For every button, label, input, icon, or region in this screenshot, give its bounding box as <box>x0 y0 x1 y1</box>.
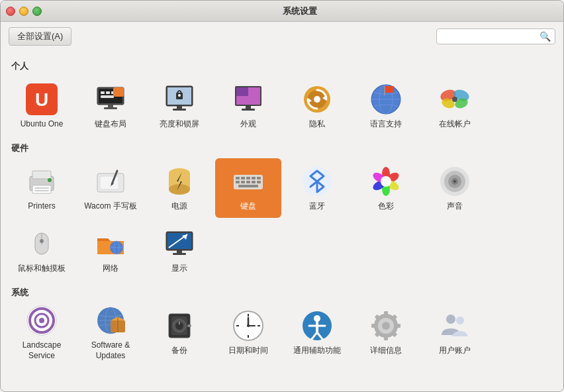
details-label: 详细信息 <box>370 346 402 356</box>
search-box: 🔍 <box>436 28 555 44</box>
online-accounts-icon <box>438 82 472 117</box>
sidebar-item-mouse-touchpad[interactable]: 鼠标和触摸板 <box>9 220 75 280</box>
power-label: 电源 <box>171 201 187 212</box>
svg-point-45 <box>48 178 52 182</box>
main-window: 系统设置 全部设置(A) 🔍 个人 U Ubuntu One <box>0 0 564 392</box>
ubuntu-one-label: Ubuntu One <box>21 119 64 130</box>
accessibility-label: 通用辅助功能 <box>293 346 341 356</box>
bluetooth-label: 蓝牙 <box>309 201 325 212</box>
svg-rect-89 <box>177 250 182 253</box>
sidebar-item-power[interactable]: 电源 <box>146 158 212 218</box>
svg-rect-43 <box>34 187 49 189</box>
sound-icon <box>438 164 472 199</box>
sidebar-item-network[interactable]: 网络 <box>77 220 144 280</box>
svg-rect-16 <box>173 109 186 111</box>
toolbar: 全部设置(A) 🔍 <box>1 22 563 51</box>
svg-rect-15 <box>177 106 182 109</box>
svg-rect-32 <box>385 86 394 88</box>
keyboard-icon <box>231 164 265 199</box>
backup-label: 备份 <box>171 346 187 356</box>
sound-label: 声音 <box>447 201 463 212</box>
svg-point-26 <box>314 96 320 103</box>
bluetooth-icon <box>300 164 334 199</box>
printers-icon <box>24 164 59 199</box>
language-icon <box>369 82 403 117</box>
sidebar-item-online-accounts[interactable]: 在线帐户 <box>422 76 488 136</box>
keyboard-label: 键盘 <box>240 201 256 212</box>
sidebar-item-sound[interactable]: 声音 <box>422 158 488 218</box>
svg-rect-106 <box>187 324 191 327</box>
software-updates-icon <box>93 303 128 338</box>
user-accounts-icon <box>438 309 472 343</box>
window-title: 系统设置 <box>42 5 558 17</box>
network-icon <box>93 226 128 261</box>
datetime-label: 日期和时间 <box>228 346 268 356</box>
section-hardware-title: 硬件 <box>11 142 555 154</box>
section-personal-title: 个人 <box>11 60 555 72</box>
landscape-icon <box>24 303 59 338</box>
svg-rect-7 <box>101 95 114 98</box>
svg-point-81 <box>40 239 44 243</box>
sidebar-item-appearance[interactable]: 外观 <box>215 76 281 136</box>
wacom-icon <box>93 164 128 199</box>
sidebar-item-ubuntu-one[interactable]: U Ubuntu One <box>9 76 75 136</box>
svg-point-124 <box>382 322 390 330</box>
svg-rect-9 <box>104 107 117 109</box>
svg-rect-20 <box>246 106 251 109</box>
settings-content: 个人 U Ubuntu One <box>1 51 563 391</box>
svg-rect-61 <box>241 181 245 183</box>
search-input[interactable] <box>441 32 540 42</box>
svg-rect-58 <box>252 177 256 179</box>
accessibility-icon <box>300 309 334 343</box>
sidebar-item-details[interactable]: 详细信息 <box>353 303 419 362</box>
display-icon <box>162 226 197 261</box>
brightness-lock-icon <box>162 82 197 117</box>
sidebar-item-wacom[interactable]: Wacom 手写板 <box>77 158 144 218</box>
svg-rect-57 <box>246 177 250 179</box>
appearance-icon <box>231 82 265 117</box>
backup-icon <box>162 309 197 343</box>
sidebar-item-datetime[interactable]: 日期和时间 <box>215 303 281 362</box>
svg-rect-63 <box>252 181 256 183</box>
svg-point-94 <box>39 318 44 323</box>
svg-point-133 <box>446 315 455 324</box>
sidebar-item-bluetooth[interactable]: 蓝牙 <box>284 158 350 218</box>
sidebar-item-backup[interactable]: 备份 <box>146 303 212 362</box>
svg-point-14 <box>178 94 181 97</box>
svg-rect-55 <box>236 177 240 179</box>
sidebar-item-keyboard-layout[interactable]: 键盘布局 <box>77 76 144 136</box>
svg-rect-56 <box>241 177 245 179</box>
landscape-label: Landscape Service <box>13 340 71 361</box>
svg-point-115 <box>247 324 250 327</box>
close-button[interactable] <box>6 7 15 16</box>
maximize-button[interactable] <box>32 7 42 16</box>
sidebar-item-accessibility[interactable]: 通用辅助功能 <box>284 303 350 362</box>
sidebar-item-printers[interactable]: Printers <box>9 158 75 218</box>
search-icon: 🔍 <box>540 31 551 42</box>
svg-rect-42 <box>32 185 51 193</box>
svg-rect-10 <box>113 87 124 97</box>
wacom-label: Wacom 手写板 <box>84 201 137 212</box>
sidebar-item-software-updates[interactable]: Software & Updates <box>77 303 144 362</box>
minimize-button[interactable] <box>19 7 28 16</box>
printers-label: Printers <box>28 201 55 212</box>
sidebar-item-brightness-lock[interactable]: 亮度和锁屏 <box>146 76 212 136</box>
svg-rect-60 <box>236 181 240 183</box>
sidebar-item-keyboard[interactable]: 键盘 <box>215 158 281 218</box>
sidebar-item-color[interactable]: 色彩 <box>353 158 419 218</box>
sidebar-item-user-accounts[interactable]: 用户账户 <box>422 303 488 362</box>
svg-rect-62 <box>246 181 250 183</box>
sidebar-item-landscape[interactable]: Landscape Service <box>9 303 75 362</box>
all-settings-button[interactable]: 全部设置(A) <box>9 27 71 46</box>
svg-rect-19 <box>236 87 248 96</box>
personal-grid: U Ubuntu One <box>9 76 555 136</box>
sidebar-item-privacy[interactable]: 隐私 <box>284 76 350 136</box>
svg-rect-127 <box>371 324 377 328</box>
svg-point-73 <box>381 176 391 187</box>
svg-rect-8 <box>108 105 113 107</box>
sidebar-item-language[interactable]: 语言支持 <box>353 76 419 136</box>
sidebar-item-display[interactable]: 显示 <box>146 220 212 280</box>
brightness-lock-label: 亮度和锁屏 <box>160 119 199 130</box>
keyboard-layout-label: 键盘布局 <box>95 119 126 130</box>
svg-rect-47 <box>100 176 118 189</box>
